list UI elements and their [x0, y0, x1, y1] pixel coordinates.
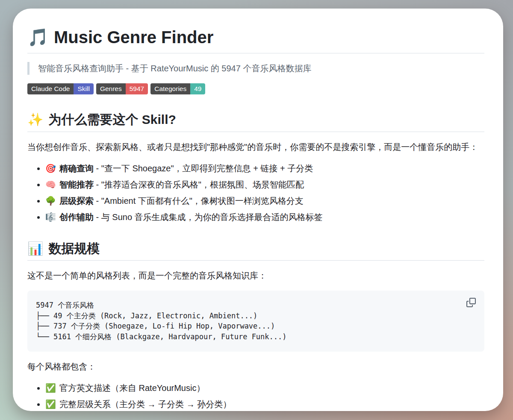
- check-mark-emoji: ✅: [45, 399, 56, 409]
- badge-value: 49: [190, 83, 205, 94]
- feature-item-hierarchy-explore: 🌳层级探索 - "Ambient 下面都有什么"，像树状图一样浏览风格分支: [45, 194, 484, 207]
- feature-label: 智能推荐: [59, 180, 94, 189]
- copy-icon: [466, 298, 476, 308]
- badge-label: Categories: [150, 83, 190, 94]
- feature-text: - "Ambient 下面都有什么"，像树状图一样浏览风格分支: [94, 196, 304, 206]
- subtitle-blockquote: 智能音乐风格查询助手 - 基于 RateYourMusic 的 5947 个音乐…: [27, 62, 484, 75]
- feature-item-precise-query: 🎯精确查询 - "查一下 Shoegaze"，立即得到完整信息 + 链接 + 子…: [45, 162, 484, 175]
- sparkles-emoji: ✨: [27, 112, 43, 126]
- copy-code-button[interactable]: [464, 296, 478, 310]
- feature-item-creation-assist: 🎼创作辅助 - 与 Suno 音乐生成集成，为你的音乐选择最合适的风格标签: [45, 211, 484, 223]
- dart-emoji: 🎯: [45, 164, 56, 173]
- bar-chart-emoji: 📊: [27, 241, 43, 256]
- feature-text: - 与 Suno 音乐生成集成，为你的音乐选择最合适的风格标签: [94, 212, 323, 222]
- section-why-heading-text: 为什么需要这个 Skill?: [48, 112, 176, 126]
- why-intro-paragraph: 当你想创作音乐、探索新风格、或者只是想找到"那种感觉"的音乐时，你需要的不是搜索…: [27, 141, 484, 153]
- tree-emoji: 🌳: [45, 196, 56, 206]
- feature-list: 🎯精确查询 - "查一下 Shoegaze"，立即得到完整信息 + 链接 + 子…: [27, 162, 484, 223]
- feature-item-smart-recommend: 🧠智能推荐 - "推荐适合深夜的音乐风格"，根据氛围、场景智能匹配: [45, 178, 484, 191]
- includes-item-description: ✅官方英文描述（来自 RateYourMusic）: [45, 382, 484, 394]
- subtitle-text: 智能音乐风格查询助手 - 基于 RateYourMusic 的 5947 个音乐…: [38, 64, 311, 73]
- section-data-heading-text: 数据规模: [48, 241, 100, 256]
- section-data-heading: 📊数据规模: [27, 241, 484, 261]
- badge-genres-count: Genres5947: [96, 83, 148, 94]
- feature-text: - "推荐适合深夜的音乐风格"，根据氛围、场景智能匹配: [94, 180, 304, 189]
- includes-text: 完整层级关系（主分类 → 子分类 → 孙分类）: [59, 399, 231, 409]
- badge-value: 5947: [126, 83, 148, 94]
- feature-text: - "查一下 Shoegaze"，立即得到完整信息 + 链接 + 子分类: [94, 164, 313, 173]
- includes-list: ✅官方英文描述（来自 RateYourMusic） ✅完整层级关系（主分类 → …: [27, 382, 484, 411]
- data-intro-paragraph: 这不是一个简单的风格列表，而是一个完整的音乐风格知识库：: [27, 269, 484, 282]
- music-note-emoji: 🎵: [27, 28, 49, 47]
- genre-tree-text: 5947 个音乐风格 ├── 49 个主分类 (Rock, Jazz, Elec…: [36, 300, 476, 342]
- badge-row: Claude CodeSkill Genres5947 Categories49: [27, 83, 484, 94]
- feature-label: 创作辅助: [59, 212, 94, 222]
- badge-value: Skill: [74, 83, 93, 94]
- page-title-text: Music Genre Finder: [54, 28, 213, 47]
- feature-label: 层级探索: [59, 196, 94, 206]
- badge-label: Genres: [96, 83, 126, 94]
- badge-categories-count: Categories49: [150, 83, 205, 94]
- genre-tree-code-block: 5947 个音乐风格 ├── 49 个主分类 (Rock, Jazz, Elec…: [27, 291, 484, 352]
- page-title: 🎵Music Genre Finder: [27, 26, 484, 53]
- feature-label: 精确查询: [59, 164, 94, 173]
- check-mark-emoji: ✅: [45, 383, 56, 393]
- section-why-heading: ✨为什么需要这个 Skill?: [27, 112, 484, 132]
- badge-claude-code-skill: Claude CodeSkill: [27, 83, 94, 94]
- includes-text: 官方英文描述（来自 RateYourMusic）: [59, 383, 205, 393]
- badge-label: Claude Code: [27, 83, 74, 94]
- includes-item-hierarchy: ✅完整层级关系（主分类 → 子分类 → 孙分类）: [45, 398, 484, 411]
- musical-score-emoji: 🎼: [45, 212, 56, 222]
- includes-intro-paragraph: 每个风格都包含：: [27, 360, 484, 373]
- readme-card: 🎵Music Genre Finder 智能音乐风格查询助手 - 基于 Rate…: [13, 9, 503, 411]
- brain-emoji: 🧠: [45, 180, 56, 189]
